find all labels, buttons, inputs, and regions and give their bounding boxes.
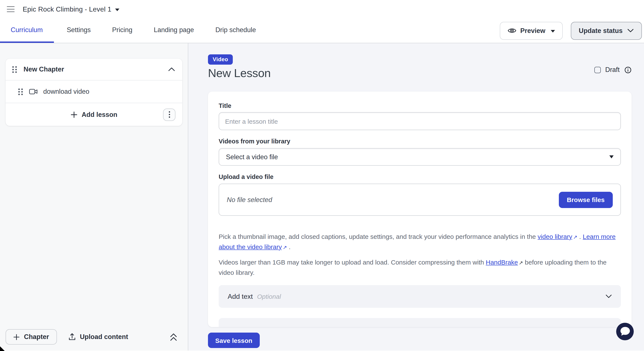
update-status-button[interactable]: Update status [570,22,642,40]
topbar: Epic Rock Climbing - Level 1 [0,0,644,18]
plus-icon [13,334,20,340]
page-title: New Lesson [208,67,632,80]
caret-down-icon [609,156,614,158]
compression-help-text: Videos larger than 1GB may take longer t… [219,258,621,278]
handbrake-link[interactable]: HandBrake [486,258,518,266]
plus-icon [70,111,77,118]
tabbar: Curriculum Settings Pricing Landing page… [0,18,644,43]
drag-handle-icon[interactable] [18,88,23,95]
video-library-label: Videos from your library [219,138,621,145]
draft-label: Draft [605,66,620,74]
sidebar-footer: Chapter Upload content [6,329,182,344]
chat-widget-button[interactable] [616,323,634,340]
collapse-all-icon[interactable] [170,333,177,341]
add-downloads-section[interactable]: Add downloads Optional [219,318,621,327]
no-file-text: No file selected [227,196,272,204]
upload-content-button[interactable]: Upload content [68,333,128,341]
preview-button[interactable]: Preview [500,22,562,40]
eye-icon [508,28,516,34]
course-title-dropdown[interactable]: Epic Rock Climbing - Level 1 [23,5,120,13]
chapter-footer: Add lesson [6,103,182,126]
lesson-header: Video New Lesson Draft [208,54,632,80]
upload-video-label: Upload a video file [219,173,621,180]
draft-toggle-group: Draft [594,66,632,74]
video-select[interactable]: Select a video file [219,148,621,166]
lesson-editor: Video New Lesson Draft Title Videos from… [188,43,644,350]
app-window: Epic Rock Climbing - Level 1 Curriculum … [0,0,644,351]
video-library-link[interactable]: video library↗ [538,233,578,240]
lesson-title: download video [43,88,89,96]
kebab-icon [168,111,170,118]
draft-checkbox[interactable] [594,66,601,73]
add-lesson-button[interactable]: Add lesson [70,111,117,118]
upload-icon [68,333,76,341]
browse-files-button[interactable]: Browse files [559,192,613,208]
video-help-text: Pick a thumbnail image, add closed capti… [219,232,621,252]
lesson-item[interactable]: download video [6,80,182,103]
hamburger-menu-icon[interactable] [7,6,14,12]
header-actions: Preview Update status [500,18,642,43]
lesson-type-badge: Video [208,54,233,65]
external-link-icon: ↗ [519,258,523,268]
save-lesson-button[interactable]: Save lesson [208,332,260,348]
chapter-card: New Chapter download video [6,59,182,126]
tab-pricing[interactable]: Pricing [112,18,132,43]
file-upload-field: No file selected Browse files [219,184,621,216]
title-label: Title [219,102,621,109]
lesson-form-card: Title Videos from your library Select a … [208,92,632,327]
add-text-section[interactable]: Add text Optional [219,285,621,308]
external-link-icon: ↗ [573,232,578,242]
lesson-title-input[interactable] [219,112,621,130]
tab-landing-page[interactable]: Landing page [154,18,194,43]
caret-down-icon [550,30,555,32]
tab-settings[interactable]: Settings [67,18,91,43]
course-title: Epic Rock Climbing - Level 1 [23,5,112,13]
video-camera-icon [29,88,38,94]
tab-drip-schedule[interactable]: Drip schedule [216,18,256,43]
curriculum-sidebar: New Chapter download video [0,43,188,350]
add-chapter-button[interactable]: Chapter [6,329,57,344]
caret-down-icon [115,8,120,11]
chevron-down-icon [606,294,612,298]
info-icon[interactable] [624,66,632,74]
chevron-down-icon [627,29,634,32]
drag-handle-icon[interactable] [12,66,17,73]
chat-bubble-icon [616,323,634,340]
chapter-header[interactable]: New Chapter [6,59,182,80]
external-link-icon: ↗ [283,242,287,252]
chevron-up-icon[interactable] [168,67,175,72]
tab-curriculum[interactable]: Curriculum [0,18,54,43]
chapter-menu-button[interactable] [163,108,176,121]
chapter-title: New Chapter [24,66,64,73]
mouse-cursor [0,346,5,351]
